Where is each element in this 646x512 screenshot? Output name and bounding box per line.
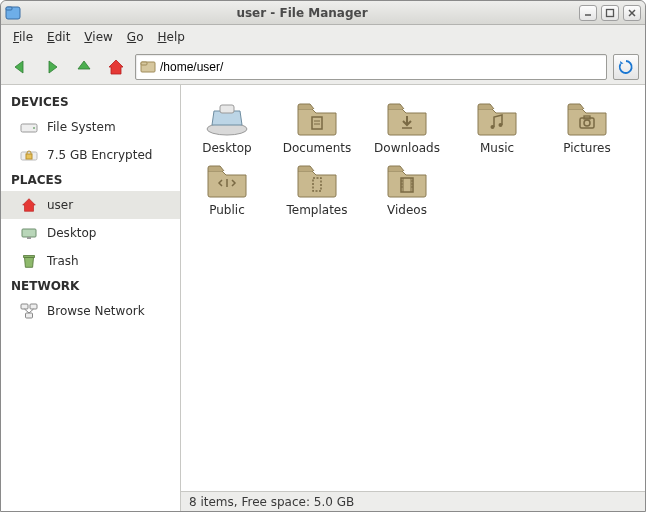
svg-rect-3 (607, 9, 614, 16)
menu-view[interactable]: View (78, 28, 118, 46)
content-area: Desktop Documents Downloads (181, 85, 645, 511)
sidebar-label: 7.5 GB Encrypted (47, 148, 152, 162)
forward-button[interactable] (39, 54, 65, 80)
sidebar-label: user (47, 198, 73, 212)
up-button[interactable] (71, 54, 97, 80)
drive-icon (19, 117, 39, 137)
file-item-public[interactable]: Public (191, 159, 263, 217)
sidebar-item-user[interactable]: user (1, 191, 180, 219)
sidebar-label: Browse Network (47, 304, 145, 318)
svg-rect-14 (24, 256, 35, 258)
svg-point-26 (491, 125, 495, 129)
refresh-button[interactable] (613, 54, 639, 80)
folder-open-icon (140, 59, 156, 75)
trash-icon (19, 251, 39, 271)
file-label: Desktop (202, 141, 252, 155)
home-button[interactable] (103, 54, 129, 80)
sidebar-header-network: NETWORK (1, 275, 180, 297)
file-item-music[interactable]: Music (461, 97, 533, 155)
sidebar-item-browse-network[interactable]: Browse Network (1, 297, 180, 325)
sidebar-item-encrypted[interactable]: 7.5 GB Encrypted (1, 141, 180, 169)
menu-go[interactable]: Go (121, 28, 150, 46)
file-label: Templates (286, 203, 347, 217)
svg-line-19 (29, 309, 34, 313)
menubar: File Edit View Go Help (1, 25, 645, 49)
file-label: Documents (283, 141, 351, 155)
file-item-documents[interactable]: Documents (281, 97, 353, 155)
home-icon (19, 195, 39, 215)
sidebar-label: Trash (47, 254, 79, 268)
sidebar: DEVICES File System 7.5 GB Encrypted PLA… (1, 85, 181, 511)
videos-folder-icon (382, 159, 432, 201)
back-button[interactable] (7, 54, 33, 80)
menu-help[interactable]: Help (151, 28, 190, 46)
svg-rect-12 (22, 229, 36, 237)
downloads-folder-icon (382, 97, 432, 139)
minimize-button[interactable] (579, 5, 597, 21)
app-icon (5, 5, 21, 21)
sidebar-label: Desktop (47, 226, 97, 240)
documents-folder-icon (292, 97, 342, 139)
svg-rect-7 (141, 62, 147, 65)
sidebar-header-devices: DEVICES (1, 91, 180, 113)
svg-point-9 (33, 127, 35, 129)
sidebar-item-filesystem[interactable]: File System (1, 113, 180, 141)
file-label: Videos (387, 203, 427, 217)
svg-rect-11 (26, 154, 32, 159)
path-box (135, 54, 607, 80)
desktop-icon (19, 223, 39, 243)
close-button[interactable] (623, 5, 641, 21)
desktop-folder-icon (202, 97, 252, 139)
public-folder-icon (202, 159, 252, 201)
path-input[interactable] (160, 60, 602, 74)
svg-rect-21 (220, 105, 234, 113)
file-label: Downloads (374, 141, 440, 155)
pictures-folder-icon (562, 97, 612, 139)
status-text: 8 items, Free space: 5.0 GB (189, 495, 354, 509)
titlebar: user - File Manager (1, 1, 645, 25)
network-icon (19, 301, 39, 321)
svg-rect-1 (6, 7, 12, 10)
file-label: Public (209, 203, 245, 217)
svg-rect-16 (30, 304, 37, 309)
svg-point-27 (499, 123, 503, 127)
encrypted-drive-icon (19, 145, 39, 165)
svg-rect-15 (21, 304, 28, 309)
file-label: Music (480, 141, 514, 155)
sidebar-item-trash[interactable]: Trash (1, 247, 180, 275)
file-item-desktop[interactable]: Desktop (191, 97, 263, 155)
sidebar-header-places: PLACES (1, 169, 180, 191)
music-folder-icon (472, 97, 522, 139)
file-item-videos[interactable]: Videos (371, 159, 443, 217)
file-label: Pictures (563, 141, 611, 155)
maximize-button[interactable] (601, 5, 619, 21)
menu-edit[interactable]: Edit (41, 28, 76, 46)
file-item-pictures[interactable]: Pictures (551, 97, 623, 155)
file-item-templates[interactable]: Templates (281, 159, 353, 217)
svg-rect-13 (27, 237, 31, 239)
toolbar (1, 49, 645, 85)
window-title: user - File Manager (25, 6, 579, 20)
statusbar: 8 items, Free space: 5.0 GB (181, 491, 645, 511)
templates-folder-icon (292, 159, 342, 201)
menu-file[interactable]: File (7, 28, 39, 46)
sidebar-label: File System (47, 120, 116, 134)
svg-rect-17 (26, 313, 33, 318)
icon-view[interactable]: Desktop Documents Downloads (181, 85, 645, 491)
sidebar-item-desktop[interactable]: Desktop (1, 219, 180, 247)
file-item-downloads[interactable]: Downloads (371, 97, 443, 155)
svg-line-18 (25, 309, 30, 313)
